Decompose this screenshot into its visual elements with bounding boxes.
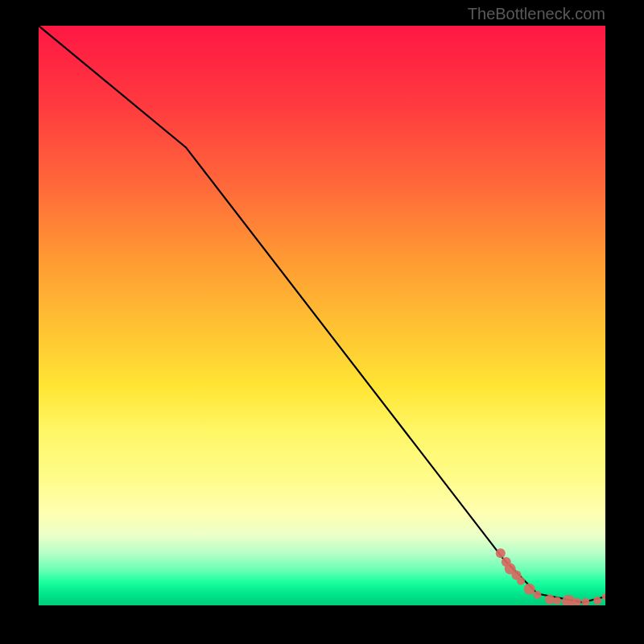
chart-plot-area — [39, 26, 605, 605]
watermark-text: TheBottleneck.com — [468, 5, 605, 23]
chart-frame: TheBottleneck.com — [0, 0, 644, 644]
